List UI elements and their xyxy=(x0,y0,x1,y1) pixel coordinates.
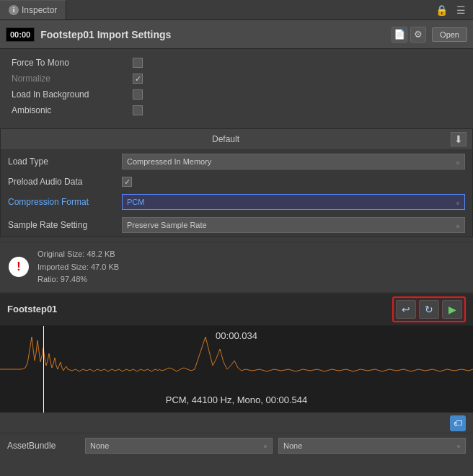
load-background-label: Load In Background xyxy=(12,89,127,100)
inspector-tab-icon: i xyxy=(9,5,19,15)
tab-bar: i Inspector 🔒 ☰ xyxy=(0,0,473,20)
load-type-value: Compressed In Memory xyxy=(127,157,211,166)
ambisonic-label: Ambisonic xyxy=(12,105,127,115)
load-type-row: Load Type Compressed In Memory ⬦ xyxy=(1,150,472,173)
normalize-checkbox[interactable] xyxy=(133,74,143,84)
header-icons: 📄 ⚙ xyxy=(392,27,426,43)
warning-icon: ! xyxy=(9,257,29,277)
asset-bundle-dropdown-2[interactable]: None ⬦ xyxy=(278,438,466,454)
lock-button[interactable]: 🔒 xyxy=(433,3,451,17)
tag-icon: 🏷 xyxy=(454,418,462,428)
ratio-value: 97.48% xyxy=(61,275,87,283)
compression-format-label: Compression Format xyxy=(8,197,116,207)
inspector-tab[interactable]: i Inspector xyxy=(0,0,66,19)
file-icon-button[interactable]: 📄 xyxy=(392,27,407,43)
waveform-container: 00:00.034 PCM, 44100 Hz, Mono, 00:00.544 xyxy=(0,326,473,413)
ambisonic-row: Ambisonic xyxy=(12,102,461,118)
play-icon: ▶ xyxy=(448,304,456,315)
sample-rate-label: Sample Rate Setting xyxy=(8,220,116,230)
ratio-label: Ratio: xyxy=(37,275,58,283)
ambisonic-checkbox[interactable] xyxy=(133,105,143,115)
sample-rate-row: Sample Rate Setting Preserve Sample Rate… xyxy=(1,213,472,237)
asset-bundle-label: AssetBundle xyxy=(7,441,79,451)
original-size-label: Original Size: xyxy=(37,250,84,258)
waveform-controls: ↩ ↻ ▶ xyxy=(392,296,466,322)
settings-icon-button[interactable]: ⚙ xyxy=(410,27,426,43)
info-text-block: Original Size: 48.2 KB Imported Size: 47… xyxy=(37,248,119,286)
sample-rate-arrow: ⬦ xyxy=(456,221,460,229)
asset-bundle-dropdown-1[interactable]: None ⬦ xyxy=(85,438,273,454)
preload-label: Preload Audio Data xyxy=(8,177,116,187)
original-size-value: 48.2 KB xyxy=(87,250,115,258)
force-mono-checkbox[interactable] xyxy=(133,58,143,68)
compression-row: Compression Format PCM ⬦ xyxy=(1,190,472,213)
sample-rate-dropdown[interactable]: Preserve Sample Rate ⬦ xyxy=(122,217,465,233)
refresh-button[interactable]: ↻ xyxy=(419,300,439,319)
waveform-time: 00:00.034 xyxy=(216,330,257,341)
platform-section: Default ⬇ Load Type Compressed In Memory… xyxy=(0,128,473,237)
imported-size-label: Imported Size: xyxy=(37,263,89,271)
info-section: ! Original Size: 48.2 KB Imported Size: … xyxy=(0,242,473,293)
preload-audio-row: Preload Audio Data xyxy=(1,173,472,190)
bundle-arrow-2: ⬦ xyxy=(456,441,461,449)
asset-bundle-row: AssetBundle None ⬦ None ⬦ xyxy=(0,433,473,458)
loop-button[interactable]: ↩ xyxy=(396,300,416,319)
tag-icon-area: 🏷 xyxy=(0,413,473,433)
imported-size-value: 47.0 KB xyxy=(91,263,119,271)
tab-menu-button[interactable]: ☰ xyxy=(454,3,469,17)
open-button[interactable]: Open xyxy=(432,27,467,42)
compression-arrow: ⬦ xyxy=(456,198,460,206)
refresh-icon: ↻ xyxy=(425,304,433,315)
compression-value: PCM xyxy=(127,198,144,206)
load-background-checkbox[interactable] xyxy=(133,89,143,100)
preload-checkbox[interactable] xyxy=(122,177,132,187)
playhead xyxy=(43,326,44,413)
page-title: Footstep01 Import Settings xyxy=(40,29,386,40)
bundle-none2-value: None xyxy=(283,441,302,450)
timecode-display: 00:00 xyxy=(6,27,35,42)
platform-header: Default ⬇ xyxy=(1,129,472,150)
normalize-row: Normalize xyxy=(12,71,461,87)
load-type-label: Load Type xyxy=(8,157,116,167)
load-type-dropdown[interactable]: Compressed In Memory ⬦ xyxy=(122,154,465,169)
compression-format-dropdown[interactable]: PCM ⬦ xyxy=(122,194,465,210)
load-background-row: Load In Background xyxy=(12,87,461,102)
tag-button[interactable]: 🏷 xyxy=(450,415,466,431)
bundle-none1-value: None xyxy=(90,441,109,450)
force-mono-label: Force To Mono xyxy=(12,58,127,68)
platform-default-label: Default xyxy=(6,134,445,144)
tab-bar-right: 🔒 ☰ xyxy=(433,3,473,17)
header-row: 00:00 Footstep01 Import Settings 📄 ⚙ Ope… xyxy=(0,20,473,49)
settings-panel: Force To Mono Normalize Load In Backgrou… xyxy=(0,49,473,124)
play-button[interactable]: ▶ xyxy=(442,300,462,319)
force-mono-row: Force To Mono xyxy=(12,55,461,71)
inspector-tab-label: Inspector xyxy=(22,5,57,15)
waveform-info-text: PCM, 44100 Hz, Mono, 00:00.544 xyxy=(166,395,308,405)
sample-rate-value: Preserve Sample Rate xyxy=(127,221,207,229)
waveform-header: Footstep01 ↩ ↻ ▶ xyxy=(0,294,473,326)
loop-icon: ↩ xyxy=(402,304,410,315)
load-type-arrow: ⬦ xyxy=(456,158,460,166)
normalize-label: Normalize xyxy=(12,74,127,84)
download-button[interactable]: ⬇ xyxy=(451,132,467,146)
waveform-section: Footstep01 ↩ ↻ ▶ 00:00.034 xyxy=(0,293,473,413)
waveform-title: Footstep01 xyxy=(7,304,392,314)
bundle-arrow-1: ⬦ xyxy=(263,441,268,449)
